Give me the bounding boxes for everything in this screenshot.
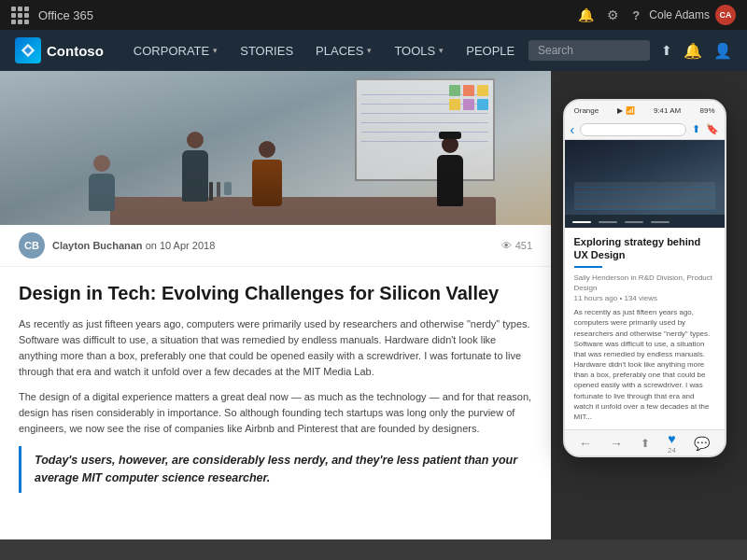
user-profile-icon[interactable]: 👤 (713, 42, 732, 60)
phone-screen-content (565, 215, 725, 228)
waffle-dot (18, 20, 22, 24)
phone-article-content: Exploring strategy behind UX Design Sall… (565, 228, 725, 429)
phone-nav-dot (599, 221, 617, 223)
logo[interactable]: Contoso (15, 37, 104, 63)
phone-status-bar: Orange ▶ 📶 9:41 AM 89% (565, 101, 725, 119)
phone-nav-dot (572, 221, 591, 223)
phone-bottom-bar: ← → ⬆ ♥ 24 💬 (565, 429, 725, 455)
phone-like-group: ♥ 24 (668, 431, 676, 455)
nav-places[interactable]: PLACES ▾ (304, 30, 383, 71)
nav-tools[interactable]: TOOLS ▾ (383, 30, 455, 71)
logo-text: Contoso (47, 43, 104, 59)
phone-comment-icon[interactable]: 💬 (694, 436, 710, 451)
phone-share-action-icon[interactable]: ⬆ (641, 437, 650, 450)
article-title: Design in Tech: Evolving Challenges for … (19, 282, 532, 305)
waffle-dot (11, 20, 16, 24)
phone-like-icon[interactable]: ♥ (668, 431, 675, 446)
phone-nav-dot (651, 221, 669, 223)
search-input[interactable] (529, 40, 650, 61)
phone-title-divider (574, 266, 602, 268)
hero-image (0, 71, 551, 225)
view-count: 451 (515, 240, 532, 251)
waffle-dot (18, 13, 22, 18)
phone-wifi-icon: ▶ 📶 (617, 106, 634, 115)
phone-body-text: As recently as just fifteen years ago, c… (574, 307, 715, 422)
phone-like-count: 24 (668, 446, 676, 455)
phone-url-bar[interactable] (580, 123, 685, 136)
phone-back-nav-icon[interactable]: ← (579, 436, 592, 451)
nav-right-controls: ⬆ 🔔 👤 (529, 40, 732, 61)
o365-settings-icon[interactable]: ⚙ (607, 7, 619, 22)
notification-bell-icon[interactable]: 🔔 (684, 42, 702, 60)
waffle-dot (11, 7, 16, 11)
phone-mockup-wrapper: Orange ▶ 📶 9:41 AM 89% ‹ ⬆ 🔖 (551, 71, 747, 539)
nav-links: CORPORATE ▾ STORIES PLACES ▾ TOOLS ▾ PEO… (122, 30, 529, 71)
waffle-menu[interactable] (11, 7, 29, 24)
phone-nav-dots (572, 221, 669, 223)
phone-battery: 89% (699, 106, 714, 115)
phone-mockup: Orange ▶ 📶 9:41 AM 89% ‹ ⬆ 🔖 (563, 99, 726, 457)
phone-back-button[interactable]: ‹ (571, 122, 575, 137)
nav-people[interactable]: PEOPLE (455, 30, 526, 71)
article-area: CB Clayton Buchanan on 10 Apr 2018 👁 451… (0, 71, 551, 539)
author-avatar: CB (19, 232, 45, 259)
phone-author-meta: Sally Henderson in R&D Division, Product… (574, 273, 713, 292)
author-info: Clayton Buchanan on 10 Apr 2018 (52, 240, 494, 251)
author-bar: CB Clayton Buchanan on 10 Apr 2018 👁 451 (0, 225, 551, 267)
author-stats: 👁 451 (501, 240, 532, 251)
article-body-2: The design of a digital experience matte… (19, 389, 532, 437)
phone-carrier: Orange (574, 106, 599, 115)
contoso-navbar: Contoso CORPORATE ▾ STORIES PLACES ▾ TOO… (0, 30, 747, 71)
o365-avatar: CA (715, 5, 736, 25)
chevron-down-icon: ▾ (367, 46, 372, 55)
chevron-down-icon: ▾ (213, 46, 218, 55)
chevron-down-icon: ▾ (439, 46, 444, 55)
nav-corporate[interactable]: CORPORATE ▾ (122, 30, 229, 71)
phone-hero-image (565, 140, 725, 215)
o365-user-profile[interactable]: Cole Adams CA (649, 5, 736, 25)
o365-icons-group: 🔔 ⚙ ? (578, 7, 640, 22)
phone-hero-overlay (565, 140, 725, 215)
o365-bell-icon[interactable]: 🔔 (578, 7, 594, 22)
phone-bookmark-icon[interactable]: 🔖 (706, 123, 719, 135)
phone-forward-nav-icon[interactable]: → (610, 436, 623, 451)
waffle-dot (18, 7, 22, 11)
waffle-dot (24, 7, 29, 11)
phone-article-meta: Sally Henderson in R&D Division, Product… (574, 273, 715, 304)
waffle-dot (11, 13, 16, 18)
phone-time-meta: 11 hours ago • 134 views (574, 294, 658, 302)
o365-topbar: Office 365 🔔 ⚙ ? Cole Adams CA (0, 0, 747, 30)
o365-help-icon[interactable]: ? (632, 8, 640, 22)
waffle-dot (24, 20, 29, 24)
phone-browser-bar: ‹ ⬆ 🔖 (565, 119, 725, 140)
hero-overlay (0, 71, 551, 225)
phone-share-icon[interactable]: ⬆ (692, 123, 700, 135)
phone-time: 9:41 AM (654, 106, 681, 115)
author-name: Clayton Buchanan (52, 240, 143, 251)
main-content: CB Clayton Buchanan on 10 Apr 2018 👁 451… (0, 71, 747, 539)
share-icon[interactable]: ⬆ (661, 43, 672, 58)
article-content: Design in Tech: Evolving Challenges for … (0, 267, 551, 539)
author-date: on 10 Apr 2018 (146, 240, 216, 251)
logo-icon (15, 37, 41, 63)
waffle-dot (24, 13, 29, 18)
phone-nav-dot (625, 221, 643, 223)
nav-stories[interactable]: STORIES (229, 30, 304, 71)
article-body-1: As recently as just fifteen years ago, c… (19, 316, 532, 380)
o365-username: Cole Adams (649, 8, 710, 21)
eye-icon: 👁 (501, 240, 512, 251)
o365-app-name: Office 365 (38, 8, 569, 22)
phone-article-title: Exploring strategy behind UX Design (574, 235, 715, 262)
article-quote: Today's users, however, are considerably… (19, 446, 532, 493)
